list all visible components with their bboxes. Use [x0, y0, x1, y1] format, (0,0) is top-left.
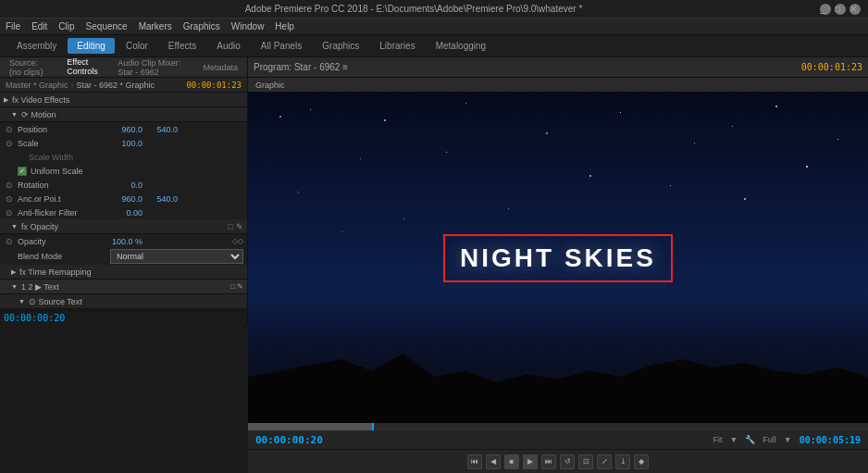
row-anchor-point: ⊙ Anc.or Poi.t 960.0 540.0	[0, 192, 247, 205]
export-frame-button[interactable]: ⤓	[615, 454, 630, 469]
row-scale: ⊙ Scale 100.0	[0, 136, 247, 150]
label-rotation: Rotation	[18, 180, 110, 190]
workspace-graphics[interactable]: Graphics	[313, 38, 368, 54]
label-position: Position	[18, 125, 110, 134]
workspace-metalogging[interactable]: Metalogging	[427, 38, 495, 54]
maximize-button[interactable]: □	[835, 4, 846, 15]
tab-source-clips[interactable]: Source: (no clips)	[4, 56, 57, 79]
section-opacity[interactable]: ▼ fx Opacity □ ✎	[0, 219, 247, 234]
workspace-audio[interactable]: Audio	[207, 38, 250, 54]
breadcrumb: Master * Graphic › Star - 6962 * Graphic…	[0, 78, 247, 93]
workspace-color[interactable]: Color	[117, 38, 157, 54]
time-remap-triangle-icon: ▶	[11, 268, 16, 276]
step-back-button[interactable]: ⏮	[467, 454, 482, 469]
title-text-box: NIGHT SKIES	[443, 234, 673, 282]
tab-effect-controls[interactable]: Effect Controls	[61, 56, 108, 80]
opacity-stopwatch-icon: ⊙	[4, 237, 15, 246]
menu-edit[interactable]: Edit	[31, 21, 47, 31]
anchor-x[interactable]: 960.0	[110, 194, 143, 204]
scale-value[interactable]: 100.0	[110, 139, 143, 148]
menu-file[interactable]: File	[6, 21, 20, 31]
section-label-video-effects: fx Video Effects	[12, 95, 69, 105]
add-marker-button[interactable]: ◆	[634, 454, 649, 469]
source-bottom-tc: 00:00:00:20	[4, 313, 65, 323]
row-scale-width: Scale Width	[0, 150, 247, 164]
resolution-dropdown[interactable]: ▼	[784, 435, 792, 444]
anchor-y[interactable]: 540.0	[145, 194, 178, 204]
section-label-text: 1 2 ▶ Text	[21, 282, 59, 292]
tab-audio-clip-mixer[interactable]: Audio Clip Mixer: Star - 6962	[112, 56, 193, 79]
workspace-assembly[interactable]: Assembly	[7, 38, 66, 54]
program-title: Program: Star - 6962 ≡	[254, 62, 348, 72]
anti-flicker-value[interactable]: 0.00	[110, 208, 143, 218]
section-label-opacity: fx Opacity	[21, 222, 58, 231]
stop-button[interactable]: ■	[504, 454, 519, 469]
section-text[interactable]: ▼ 1 2 ▶ Text □ ✎	[0, 280, 247, 294]
section-time-remap[interactable]: ▶ fx Time Remapping	[0, 265, 247, 280]
play-back-button[interactable]: ◀	[486, 454, 501, 469]
current-timecode[interactable]: 00:00:00:20	[255, 434, 323, 446]
position-y[interactable]: 540.0	[145, 125, 178, 134]
rotation-value[interactable]: 0.0	[110, 180, 143, 190]
blend-mode-select[interactable]: Normal	[110, 249, 243, 264]
menu-window[interactable]: Window	[231, 21, 265, 31]
safe-margins-button[interactable]: ⊡	[578, 454, 593, 469]
triangle-icon: ▶	[4, 96, 8, 104]
resolution-label[interactable]: Full	[763, 435, 776, 444]
section-label-motion: ⟳ Motion	[21, 110, 56, 119]
menu-markers[interactable]: Markers	[139, 21, 172, 31]
row-anti-flicker: ⊙ Anti-flicker Filter 0.00	[0, 205, 247, 219]
tab-metadata[interactable]: Metadata	[197, 61, 243, 74]
label-blend-mode: Blend Mode	[18, 252, 110, 261]
window-controls: _ □ ✕	[820, 4, 861, 15]
row-position: ⊙ Position 960.0 540.0	[0, 122, 247, 136]
menu-clip[interactable]: Clip	[58, 21, 74, 31]
source-text-triangle-icon: ▼	[19, 298, 25, 305]
section-motion[interactable]: ▼ ⟳ Motion	[0, 107, 247, 122]
program-header: Program: Star - 6962 ≡ 00:00:01:23	[248, 57, 868, 78]
monitor-controls: ⏮ ◀ ■ ▶ ⏭ ↺ ⊡ ⤢ ⤓ ◆	[248, 449, 868, 473]
wrench-icon[interactable]: 🔧	[745, 435, 755, 444]
breadcrumb-master: Master * Graphic	[6, 81, 68, 90]
program-video-preview: NIGHT SKIES	[248, 93, 868, 423]
close-button[interactable]: ✕	[849, 4, 861, 15]
step-forward-button[interactable]: ⏭	[541, 454, 556, 469]
text-icons: □ ✎	[230, 282, 243, 291]
menu-help[interactable]: Help	[275, 21, 294, 31]
label-opacity: Opacity	[18, 237, 110, 246]
full-screen-button[interactable]: ⤢	[597, 454, 612, 469]
monitor-timebar[interactable]	[248, 423, 868, 430]
opacity-pen-icon: ✎	[236, 222, 243, 231]
minimize-button[interactable]: _	[820, 4, 831, 15]
timebar-fill	[248, 423, 372, 430]
label-uniform-scale: Uniform Scale	[31, 167, 123, 176]
source-timecode: 00:00:01:23	[186, 81, 242, 90]
fit-label[interactable]: Fit	[713, 435, 722, 444]
workspace-libraries[interactable]: Libraries	[370, 38, 424, 54]
zoom-dropdown[interactable]: ▼	[729, 435, 738, 444]
graphic-label: Graphic	[255, 81, 285, 90]
workspace-all-panels[interactable]: All Panels	[252, 38, 311, 54]
rotation-stopwatch-icon: ⊙	[4, 180, 15, 190]
timebar-needle	[372, 423, 374, 430]
program-monitor-panel: Program: Star - 6962 ≡ 00:00:01:23 Graph…	[248, 57, 868, 473]
opacity-keyframe-icon: ◇◇	[232, 237, 243, 245]
monitor-settings: Fit ▼ 🔧 Full ▼ 00:00:05:19	[713, 435, 861, 445]
breadcrumb-star: Star - 6962 * Graphic	[77, 81, 155, 90]
menu-graphics[interactable]: Graphics	[183, 21, 220, 31]
scale-stopwatch-icon: ⊙	[4, 139, 15, 148]
loop-button[interactable]: ↺	[560, 454, 575, 469]
menu-sequence[interactable]: Sequence	[86, 21, 128, 31]
workspace-editing[interactable]: Editing	[68, 38, 115, 54]
opacity-value[interactable]: 100.0 %	[110, 237, 143, 246]
section-video-effects[interactable]: ▶ fx Video Effects	[0, 93, 247, 107]
workspace-effects[interactable]: Effects	[159, 38, 205, 54]
row-rotation: ⊙ Rotation 0.0	[0, 178, 247, 192]
title-bar-title: Adobe Premiere Pro CC 2018 - E:\Document…	[7, 4, 820, 14]
position-x[interactable]: 960.0	[110, 125, 143, 134]
label-anti-flicker: Anti-flicker Filter	[18, 208, 110, 218]
section-source-text[interactable]: ▼ ⊙ Source Text	[0, 294, 247, 309]
breadcrumb-sep: ›	[71, 81, 74, 90]
uniform-scale-checkbox[interactable]: ✓	[18, 167, 27, 176]
play-button[interactable]: ▶	[523, 454, 538, 469]
